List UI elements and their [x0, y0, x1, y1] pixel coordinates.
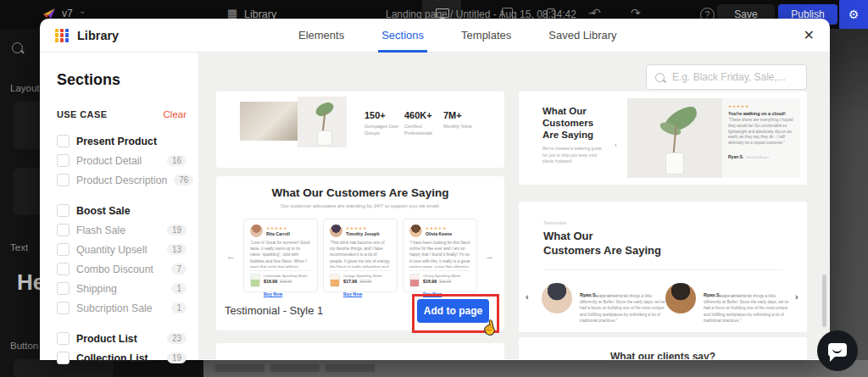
- section-card-stats[interactable]: 150+ Gempages User Groups 460K+ Certifie…: [216, 91, 504, 168]
- product-thumbnail: [330, 274, 340, 287]
- filters-heading: Sections: [57, 71, 186, 89]
- testimonial-item: ★★★★★ Timothy Joseph “This drink has bec…: [323, 219, 398, 292]
- search-box[interactable]: [646, 64, 807, 90]
- product-thumbnail: [250, 274, 260, 287]
- canvas-placeholder: [326, 364, 375, 372]
- canvas-placeholder: [215, 364, 264, 372]
- section-card-clients-say[interactable]: What our clients say?: [519, 337, 807, 359]
- sections-grid: 150+ Gempages User Groups 460K+ Certifie…: [199, 53, 830, 359]
- carousel-prev-icon: ‹: [615, 141, 617, 149]
- filter-flash-sale[interactable]: Flash Sale19: [57, 220, 186, 240]
- add-to-page-button[interactable]: Add to page: [417, 299, 489, 323]
- buy-now-link: Buy Now: [343, 291, 362, 297]
- settings-gear-icon[interactable]: ⚙: [839, 0, 868, 29]
- checkbox[interactable]: [57, 263, 70, 275]
- checkbox[interactable]: [57, 332, 70, 345]
- plant-photo: [627, 98, 722, 178]
- scrollbar-thumb[interactable]: [822, 274, 826, 327]
- section-title: Customers Are Saying: [543, 244, 661, 257]
- stat-caption: Monthly Visits: [443, 124, 474, 130]
- close-icon[interactable]: ✕: [804, 27, 815, 43]
- eyebrow-label: Testimonials: [543, 220, 567, 225]
- tab-saved-library[interactable]: Saved Library: [548, 19, 616, 53]
- avatar: [250, 225, 263, 237]
- filter-collection-list[interactable]: Collection List19: [57, 348, 186, 368]
- section-card-testimonial-style1[interactable]: What Our Customers Are Saying Our custom…: [216, 176, 504, 330]
- stat-caption: Certified Professionals: [404, 124, 438, 137]
- section-title: What our clients say?: [519, 351, 807, 359]
- section-card-customers[interactable]: What Our Customers Are Saying We've crea…: [519, 91, 807, 185]
- library-logo-icon: [55, 29, 69, 42]
- stars-rating: ★★★★★: [728, 104, 794, 108]
- canvas-placeholder: [270, 364, 320, 372]
- chat-launcher-button[interactable]: [817, 330, 858, 371]
- version-caret-icon: ⌄: [79, 6, 86, 15]
- library-grid-icon: ▦: [227, 7, 237, 19]
- section-subtitle: Our customer advocates are standing by 2…: [216, 203, 504, 208]
- version-label[interactable]: v7: [62, 8, 73, 19]
- carousel-next-icon: ›: [795, 291, 798, 302]
- testimonial-item: ★★★★★ Rita Carroll “Love it! Great for s…: [243, 219, 318, 292]
- breadcrumb-caret-icon: ⌄: [587, 7, 593, 16]
- avatar: [409, 225, 422, 237]
- library-modal: Library Elements Sections Templates Save…: [40, 19, 830, 360]
- search-input[interactable]: [670, 70, 805, 84]
- filter-quantity-upsell[interactable]: Quantity Upsell13: [57, 240, 186, 259]
- clear-filters-link[interactable]: Clear: [164, 109, 186, 119]
- plant-photo-thumbnail: [298, 97, 347, 147]
- section-card-partial[interactable]: [216, 343, 504, 359]
- checkbox[interactable]: [57, 302, 70, 314]
- divider: [543, 269, 782, 270]
- checkbox[interactable]: [57, 135, 70, 147]
- testimonial-item: ★★★★★ Olivia Keene “I have been looking …: [403, 219, 477, 292]
- layout-group-label: Layout: [10, 83, 40, 93]
- filter-boost-sale[interactable]: Boost Sale: [57, 201, 186, 220]
- tab-sections[interactable]: Sections: [381, 19, 424, 53]
- checkbox[interactable]: [57, 204, 70, 217]
- mouse-cursor-icon: ☝: [480, 319, 498, 336]
- product-thumbnail: [409, 274, 420, 287]
- text-group-label: Text: [10, 242, 28, 252]
- stars-rating: ★★★★★: [266, 226, 290, 230]
- testimonial-panel: ★★★★★ You're walking on a cloud! “These …: [722, 98, 800, 178]
- section-title: What Our: [543, 230, 593, 242]
- filter-product-list[interactable]: Product List23: [57, 329, 186, 348]
- buy-now-link: Buy Now: [264, 291, 282, 297]
- filter-shipping[interactable]: Shipping1: [57, 279, 186, 298]
- filter-subcription-sale[interactable]: Subcription Sale1: [57, 298, 186, 318]
- checkbox[interactable]: [57, 174, 70, 186]
- panel-search-icon[interactable]: [12, 42, 23, 53]
- modal-tabs: Elements Sections Templates Saved Librar…: [298, 19, 617, 53]
- checkbox[interactable]: [57, 352, 70, 364]
- stat-value: 7M+: [443, 110, 462, 120]
- modal-title: Library: [77, 29, 119, 42]
- chat-bubble-icon: [828, 343, 847, 357]
- button-group-label: Button: [10, 341, 38, 351]
- filter-list: Present Product Product Detail16 Product…: [57, 131, 186, 368]
- tab-elements[interactable]: Elements: [298, 19, 344, 53]
- editor-canvas-dimmed: [830, 29, 868, 377]
- carousel-prev-icon: ‹: [526, 291, 529, 302]
- stat-caption: Gempages User Groups: [364, 124, 400, 137]
- checkbox[interactable]: [57, 243, 70, 256]
- section-subtitle: We've created a watering guide for you t…: [542, 146, 605, 165]
- avatar: [665, 283, 696, 313]
- filter-present-product[interactable]: Present Product: [57, 131, 186, 151]
- avatar: [542, 283, 572, 313]
- stat-value: 150+: [364, 110, 386, 120]
- filters-sidebar: Sections USE CASE Clear Present Product …: [40, 53, 199, 359]
- tab-templates[interactable]: Templates: [461, 19, 511, 53]
- checkbox[interactable]: [57, 224, 70, 236]
- checkbox[interactable]: [57, 282, 70, 295]
- filter-combo-discount[interactable]: Combo Discount7: [57, 259, 186, 279]
- filter-product-detail[interactable]: Product Detail16: [57, 151, 186, 170]
- avatar: [330, 225, 342, 237]
- checkbox[interactable]: [57, 154, 70, 167]
- section-card-testimonials-wide[interactable]: Testimonials What Our Customers Are Sayi…: [519, 202, 807, 332]
- carousel-prev-icon: ←: [226, 251, 236, 261]
- stat-value: 460K+: [404, 110, 432, 120]
- gempages-editor: v7 ⌄ ▦ Library ↶ ↷ Landing page / Untitl…: [0, 0, 868, 377]
- filter-product-description[interactable]: Product Description76: [57, 170, 186, 190]
- redo-icon[interactable]: ↷: [631, 6, 641, 19]
- stars-rating: ★★★★★: [426, 226, 452, 230]
